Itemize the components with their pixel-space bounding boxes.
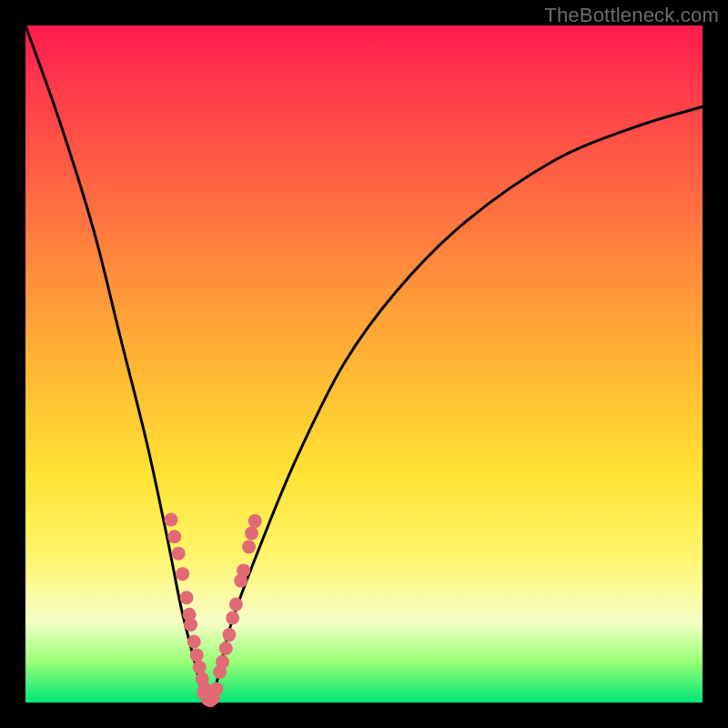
sample-point xyxy=(193,661,207,674)
sample-point xyxy=(190,648,204,662)
sample-point xyxy=(222,628,236,642)
sample-point xyxy=(209,682,223,696)
sample-point xyxy=(226,612,239,625)
sample-point xyxy=(187,635,201,649)
sample-point xyxy=(184,618,197,632)
chart-frame: TheBottleneck.com xyxy=(0,0,728,728)
plot-area xyxy=(25,25,703,703)
sample-point xyxy=(172,547,186,561)
sample-point xyxy=(216,655,229,669)
sample-point xyxy=(180,591,194,604)
sample-point xyxy=(219,642,233,655)
sample-points xyxy=(164,513,261,708)
sample-point xyxy=(167,530,181,543)
sample-point xyxy=(245,527,258,541)
sample-point xyxy=(176,567,189,581)
watermark-text: TheBottleneck.com xyxy=(544,4,719,27)
sample-point xyxy=(164,513,177,527)
bottleneck-curve xyxy=(25,25,703,703)
sample-point xyxy=(248,514,262,528)
sample-point xyxy=(229,598,243,612)
sample-point xyxy=(237,563,250,577)
sample-point xyxy=(242,540,256,553)
curve-layer xyxy=(25,25,703,703)
